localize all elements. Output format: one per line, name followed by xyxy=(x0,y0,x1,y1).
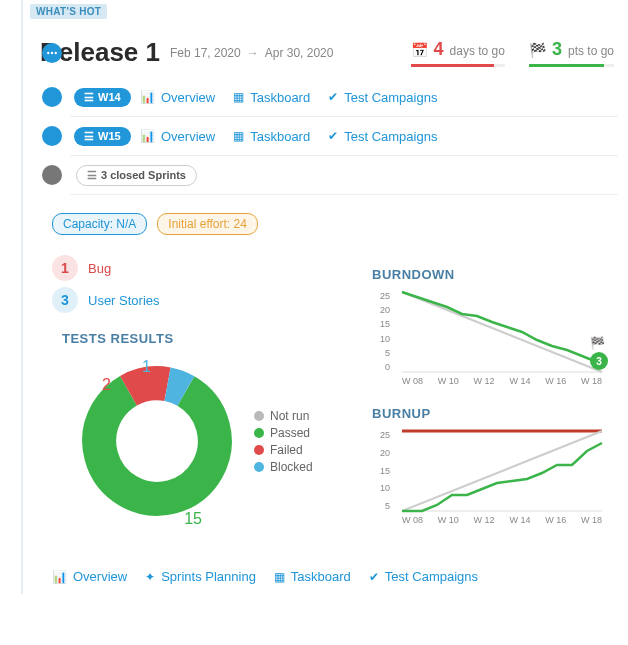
bug-count-badge: 1 xyxy=(52,255,78,281)
board-icon: ▦ xyxy=(233,90,244,104)
arrow-icon: → xyxy=(247,46,259,60)
burndown-title: BURNDOWN xyxy=(372,267,618,282)
check-icon: ✔ xyxy=(328,129,338,143)
overview-link[interactable]: 📊Overview xyxy=(140,129,215,144)
sprints-planning-link[interactable]: ✦Sprints Planning xyxy=(145,569,256,584)
days-to-go-value: 4 xyxy=(434,39,444,60)
chart-icon: 📊 xyxy=(140,129,155,143)
closed-sprints-label: 3 closed Sprints xyxy=(101,169,186,181)
test-campaigns-link[interactable]: ✔Test Campaigns xyxy=(369,569,478,584)
test-campaigns-link[interactable]: ✔Test Campaigns xyxy=(328,90,437,105)
release-end-date: Apr 30, 2020 xyxy=(265,46,334,60)
overview-link[interactable]: 📊Overview xyxy=(140,90,215,105)
sprint-label: W15 xyxy=(98,130,121,142)
chart-icon: 📊 xyxy=(140,90,155,104)
user-stories-badge: 3 xyxy=(52,287,78,313)
release-start-date: Feb 17, 2020 xyxy=(170,46,241,60)
tests-donut-chart: 1 2 15 xyxy=(72,356,242,526)
swatch-passed xyxy=(254,428,264,438)
burnup-chart: 25 20 15 10 5 xyxy=(402,431,602,511)
sprint-row-w15: ☰ W15 📊Overview ▦Taskboard ✔Test Campaig… xyxy=(30,121,628,151)
sprint-row-w14: ☰ W14 📊Overview ▦Taskboard ✔Test Campaig… xyxy=(30,82,628,112)
pts-to-go-metric: 🏁 3 pts to go xyxy=(529,39,614,67)
burnup-title: BURNUP xyxy=(372,406,618,421)
sprint-pill-w14[interactable]: ☰ W14 xyxy=(74,88,131,107)
svg-line-10 xyxy=(402,431,602,511)
calendar-icon: 📅 xyxy=(411,42,428,58)
initial-effort-pill: Initial effort: 24 xyxy=(157,213,258,235)
user-stories-row[interactable]: 3 User Stories xyxy=(52,287,352,313)
board-icon: ▦ xyxy=(274,570,285,584)
whats-hot-badge: WHAT'S HOT xyxy=(30,4,107,19)
swatch-blocked xyxy=(254,462,264,472)
check-icon: ✔ xyxy=(369,570,379,584)
divider xyxy=(70,116,618,117)
sprint-node-icon xyxy=(42,126,62,146)
release-header: Release 1 Feb 17, 2020 → Apr 30, 2020 📅 … xyxy=(30,37,628,68)
taskboard-link[interactable]: ▦Taskboard xyxy=(233,129,310,144)
days-to-go-label: days to go xyxy=(450,44,505,58)
days-to-go-metric: 📅 4 days to go xyxy=(411,39,505,67)
donut-blocked-label: 1 xyxy=(142,358,151,376)
flag-icon: 🏁 xyxy=(590,336,608,350)
release-date-range: Feb 17, 2020 → Apr 30, 2020 xyxy=(170,46,333,60)
donut-passed-label: 15 xyxy=(184,510,202,528)
swatch-notrun xyxy=(254,411,264,421)
release-node-icon xyxy=(42,43,62,63)
chart-icon: 📊 xyxy=(52,570,67,584)
burndown-chart: 25 20 15 10 5 0 xyxy=(402,292,602,372)
closed-sprints-pill[interactable]: ☰ 3 closed Sprints xyxy=(76,165,197,186)
taskboard-link[interactable]: ▦Taskboard xyxy=(233,90,310,105)
overview-link[interactable]: 📊Overview xyxy=(52,569,127,584)
check-icon: ✔ xyxy=(328,90,338,104)
bug-label: Bug xyxy=(88,261,111,276)
pts-to-go-value: 3 xyxy=(552,39,562,60)
sprint-node-icon xyxy=(42,87,62,107)
sprint-icon: ☰ xyxy=(84,130,94,143)
svg-line-7 xyxy=(402,292,602,372)
test-campaigns-link[interactable]: ✔Test Campaigns xyxy=(328,129,437,144)
svg-point-2 xyxy=(55,52,57,54)
sprint-icon: ☰ xyxy=(84,91,94,104)
swatch-failed xyxy=(254,445,264,455)
sprint-label: W14 xyxy=(98,91,121,103)
sprint-pill-w15[interactable]: ☰ W15 xyxy=(74,127,131,146)
donut-failed-label: 2 xyxy=(102,376,111,394)
closed-sprints-row: ☰ 3 closed Sprints xyxy=(30,160,628,190)
user-stories-label: User Stories xyxy=(88,293,160,308)
capacity-pill: Capacity: N/A xyxy=(52,213,147,235)
board-icon: ▦ xyxy=(233,129,244,143)
divider xyxy=(70,155,618,156)
bug-count-row[interactable]: 1 Bug xyxy=(52,255,352,281)
taskboard-link[interactable]: ▦Taskboard xyxy=(274,569,351,584)
burndown-end-badge: 🏁 3 xyxy=(590,336,608,370)
planning-icon: ✦ xyxy=(145,570,155,584)
tests-results-title: TESTS RESULTS xyxy=(62,331,352,346)
sprint-icon: ☰ xyxy=(87,169,97,182)
release-bottom-links: 📊Overview ✦Sprints Planning ▦Taskboard ✔… xyxy=(30,555,628,594)
flag-icon: 🏁 xyxy=(529,42,546,58)
closed-node-icon xyxy=(42,165,62,185)
svg-point-1 xyxy=(51,52,53,54)
svg-point-0 xyxy=(47,52,49,54)
pts-to-go-label: pts to go xyxy=(568,44,614,58)
tests-legend: Not run Passed Failed Blocked xyxy=(254,406,313,477)
